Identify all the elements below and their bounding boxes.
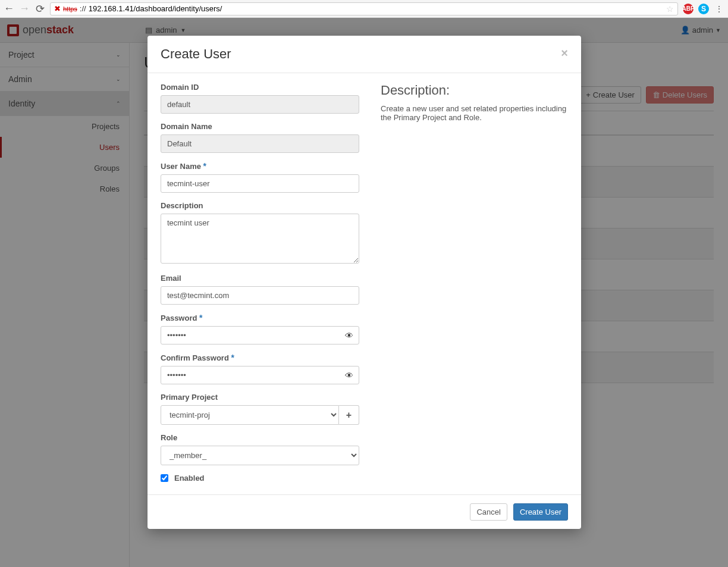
password-input[interactable]	[161, 326, 359, 344]
skype-extension-icon[interactable]: S	[698, 4, 709, 14]
create-user-modal: Create User × Domain ID Domain Name User…	[148, 36, 581, 529]
close-icon[interactable]: ×	[561, 46, 568, 60]
add-project-button[interactable]: +	[339, 405, 359, 425]
password-label: Password *	[161, 313, 359, 322]
description-label: Description	[161, 201, 359, 210]
description-input[interactable]	[161, 214, 359, 264]
email-label: Email	[161, 274, 359, 283]
back-button[interactable]: ←	[4, 4, 14, 14]
role-select[interactable]: _member_	[161, 446, 359, 465]
confirm-password-label: Confirm Password *	[161, 353, 359, 362]
forward-button[interactable]: →	[19, 4, 30, 14]
url-input[interactable]	[89, 4, 664, 13]
browser-toolbar: ← → ⟳ ✖ https:// ☆ ABP S ⋮	[0, 0, 728, 18]
enabled-label: Enabled	[174, 474, 205, 483]
user-name-label: User Name *	[161, 161, 359, 171]
primary-project-label: Primary Project	[161, 393, 359, 402]
user-name-input[interactable]	[161, 174, 359, 193]
description-text: Create a new user and set related proper…	[381, 104, 568, 122]
modal-title: Create User	[161, 46, 231, 62]
confirm-password-input[interactable]	[161, 366, 359, 384]
primary-project-select[interactable]: tecmint-proj	[161, 405, 339, 425]
domain-name-input	[161, 134, 359, 153]
email-input[interactable]	[161, 286, 359, 305]
show-confirm-password-icon[interactable]: 👁	[345, 371, 353, 380]
description-heading: Description:	[381, 83, 568, 98]
create-user-submit-button[interactable]: Create User	[513, 503, 568, 521]
role-label: Role	[161, 433, 359, 442]
domain-name-label: Domain Name	[161, 122, 359, 131]
bookmark-star-icon[interactable]: ☆	[666, 4, 674, 14]
domain-id-input	[161, 95, 359, 114]
insecure-lock-icon: ✖	[54, 4, 61, 13]
domain-id-label: Domain ID	[161, 83, 359, 92]
enabled-checkbox[interactable]	[161, 474, 168, 482]
cancel-button[interactable]: Cancel	[470, 503, 507, 521]
reload-button[interactable]: ⟳	[34, 4, 45, 14]
url-bar[interactable]: ✖ https:// ☆	[50, 2, 678, 15]
show-password-icon[interactable]: 👁	[345, 331, 353, 340]
scheme-label: https	[63, 5, 77, 12]
adblock-extension-icon[interactable]: ABP	[683, 4, 694, 14]
chrome-menu-icon[interactable]: ⋮	[714, 4, 724, 14]
